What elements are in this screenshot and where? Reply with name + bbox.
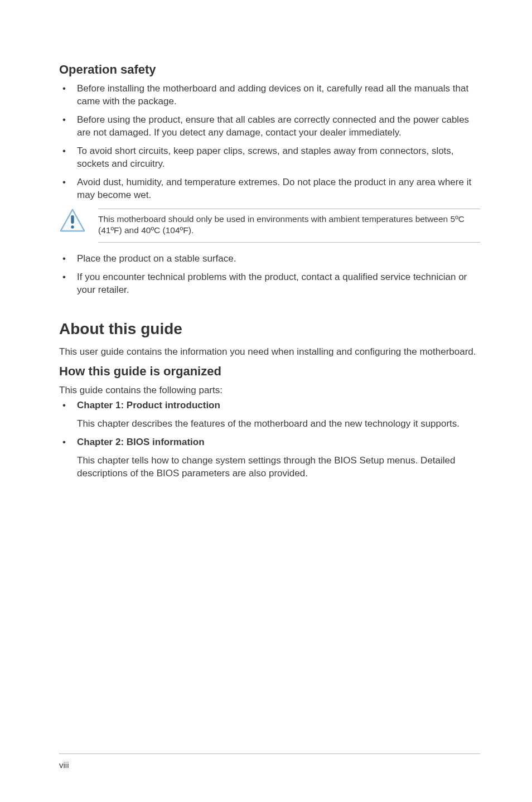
list-item: Chapter 1: Product introduction — [59, 399, 480, 412]
chapter-desc: This chapter tells how to change system … — [59, 455, 480, 480]
list-item: Avoid dust, humidity, and temperature ex… — [59, 176, 480, 202]
organized-intro: This guide contains the following parts: — [59, 384, 480, 397]
operation-safety-bullets-top: Before installing the motherboard and ad… — [59, 83, 480, 202]
chapter-title: Chapter 2: BIOS information — [77, 437, 205, 447]
warning-icon — [59, 209, 86, 232]
svg-rect-0 — [71, 215, 74, 224]
operation-safety-heading: Operation safety — [59, 62, 480, 77]
list-item: Place the product on a stable surface. — [59, 253, 480, 265]
list-item: Before installing the motherboard and ad… — [59, 83, 480, 108]
list-item: Chapter 2: BIOS information — [59, 436, 480, 449]
svg-point-1 — [71, 225, 74, 228]
about-guide-heading: About this guide — [59, 320, 480, 338]
chapter-desc: This chapter describes the features of t… — [59, 418, 480, 431]
warning-text: This motherboard should only be used in … — [98, 209, 480, 243]
page-content: Operation safety Before installing the m… — [0, 0, 532, 480]
about-guide-intro: This user guide contains the information… — [59, 346, 480, 359]
footer-divider — [59, 753, 480, 754]
organized-list: Chapter 2: BIOS information — [59, 436, 480, 449]
operation-safety-bullets-bottom: Place the product on a stable surface. I… — [59, 253, 480, 297]
warning-callout: This motherboard should only be used in … — [59, 209, 480, 243]
list-item: If you encounter technical problems with… — [59, 271, 480, 297]
organized-list: Chapter 1: Product introduction — [59, 399, 480, 412]
chapter-title: Chapter 1: Product introduction — [77, 400, 220, 410]
organized-heading: How this guide is organized — [59, 364, 480, 379]
list-item: To avoid short circuits, keep paper clip… — [59, 145, 480, 171]
list-item: Before using the product, ensure that al… — [59, 114, 480, 139]
page-number: viii — [59, 760, 69, 770]
